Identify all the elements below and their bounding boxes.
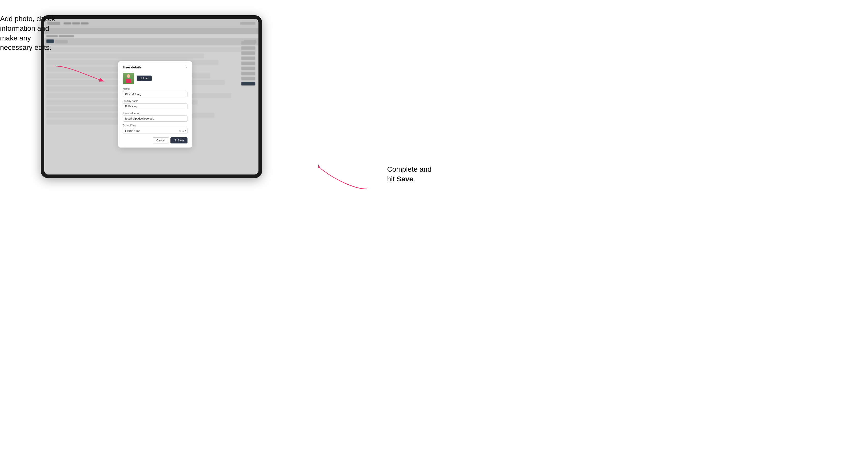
school-year-dropdown-button[interactable]: ▲▼ <box>182 129 186 132</box>
annotation-right: Complete and hit Save. <box>387 164 431 184</box>
user-details-modal: User details × Upload Name Display name <box>118 61 192 148</box>
tablet-screen: User details × Upload Name Display name <box>44 19 258 175</box>
school-year-controls: ✕ ▲▼ <box>179 129 186 132</box>
save-button-label: Save <box>178 139 184 142</box>
school-year-field-group: School Year ✕ ▲▼ <box>123 124 187 134</box>
cancel-button[interactable]: Cancel <box>153 137 169 144</box>
name-field-group: Name <box>123 88 187 97</box>
school-year-label: School Year <box>123 124 187 127</box>
arrow-right <box>318 163 369 194</box>
annotation-left: Add photo, check information and make an… <box>0 14 55 53</box>
modal-close-button[interactable]: × <box>185 65 187 69</box>
upload-photo-button[interactable]: Upload <box>136 75 152 81</box>
modal-overlay: User details × Upload Name Display name <box>44 19 258 175</box>
user-photo <box>123 73 134 84</box>
modal-header: User details × <box>123 65 187 69</box>
email-label: Email address <box>123 112 187 115</box>
email-field-group: Email address <box>123 112 187 122</box>
display-name-field-group: Display name <box>123 100 187 110</box>
modal-footer: Cancel ⬆ Save <box>123 137 187 144</box>
school-year-input[interactable] <box>123 128 187 134</box>
clear-school-year-button[interactable]: ✕ <box>179 129 181 132</box>
photo-upload-row: Upload <box>123 73 187 84</box>
school-year-input-wrapper: ✕ ▲▼ <box>123 128 187 134</box>
save-button[interactable]: ⬆ Save <box>170 137 187 144</box>
display-name-input[interactable] <box>123 103 187 110</box>
email-input[interactable] <box>123 116 187 122</box>
name-input[interactable] <box>123 91 187 97</box>
name-label: Name <box>123 88 187 90</box>
modal-title: User details <box>123 65 142 69</box>
tablet-frame: User details × Upload Name Display name <box>41 15 262 178</box>
save-icon: ⬆ <box>174 138 176 142</box>
display-name-label: Display name <box>123 100 187 102</box>
